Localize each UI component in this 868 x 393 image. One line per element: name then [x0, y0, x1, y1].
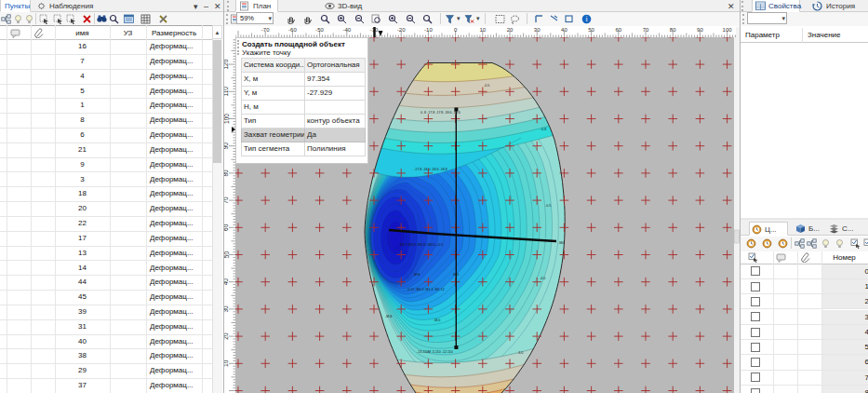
svg-text:-70: -70: [261, 27, 270, 33]
svg-text:60: 60: [224, 224, 230, 231]
svg-text:80: 80: [670, 27, 676, 33]
svg-text:-13.110M -5.110 -12.110: -13.110M -5.110 -12.110: [417, 350, 453, 354]
svg-text:30: 30: [534, 27, 541, 33]
svg-text:-0.5: -0.5: [545, 204, 551, 208]
svg-text:-0.12 -M0.4 -M1.3 -M1.12: -0.12 -M0.4 -M1.3 -M1.12: [407, 288, 445, 291]
svg-text:0 .8 -17.8 -17.8 -18.6 -18.6: 0 .8 -17.8 -17.8 -18.6 -18.6: [421, 111, 461, 115]
svg-text:70: 70: [224, 196, 230, 204]
svg-text:-4.0: -4.0: [540, 277, 545, 280]
svg-text:10: 10: [479, 27, 486, 33]
svg-text:-20: -20: [397, 27, 406, 33]
svg-text:-M.E: -M.E: [413, 273, 421, 277]
svg-text:-10: -10: [424, 27, 433, 33]
svg-text:-M.0: -M.0: [452, 273, 459, 277]
svg-text:90: 90: [697, 27, 703, 33]
svg-text:50: 50: [224, 251, 230, 259]
svg-text:-40: -40: [342, 27, 351, 33]
svg-text:20: 20: [224, 332, 230, 340]
svg-text:50: 50: [588, 27, 594, 33]
svg-text:40: 40: [224, 278, 230, 286]
svg-text:-50: -50: [315, 27, 324, 33]
svg-text:80: 80: [224, 169, 230, 177]
svg-text:-M0: -M0: [558, 241, 564, 245]
svg-text:40: 40: [561, 27, 568, 33]
svg-text:10: 10: [224, 359, 230, 367]
svg-text:100: 100: [723, 27, 733, 33]
svg-text:-M.8: -M.8: [385, 315, 392, 318]
svg-text:-M.0: -M.0: [434, 318, 440, 322]
svg-text:60: 60: [615, 27, 621, 33]
svg-text:-60: -60: [288, 27, 297, 33]
svg-text:70: 70: [643, 27, 649, 33]
svg-text:100: 100: [224, 114, 230, 124]
svg-text:-0.8: -0.8: [541, 128, 546, 131]
svg-text:-3.0: -3.0: [517, 351, 523, 355]
svg-text:30: 30: [224, 305, 230, 313]
svg-text:110: 110: [224, 87, 230, 97]
svg-text:-0.5: -0.5: [484, 84, 489, 88]
svg-text:120: 120: [224, 59, 230, 69]
svg-text:20: 20: [507, 27, 514, 33]
svg-text:M3.9 M3.8 -M3.8 +M3.6 +0.5: M3.9 M3.8 -M3.8 +M3.6 +0.5: [400, 243, 443, 247]
svg-text:90: 90: [224, 142, 230, 150]
svg-text:-17.8 -18.0 -18.6 -18.8: -17.8 -18.0 -18.6 -18.8: [414, 168, 447, 171]
